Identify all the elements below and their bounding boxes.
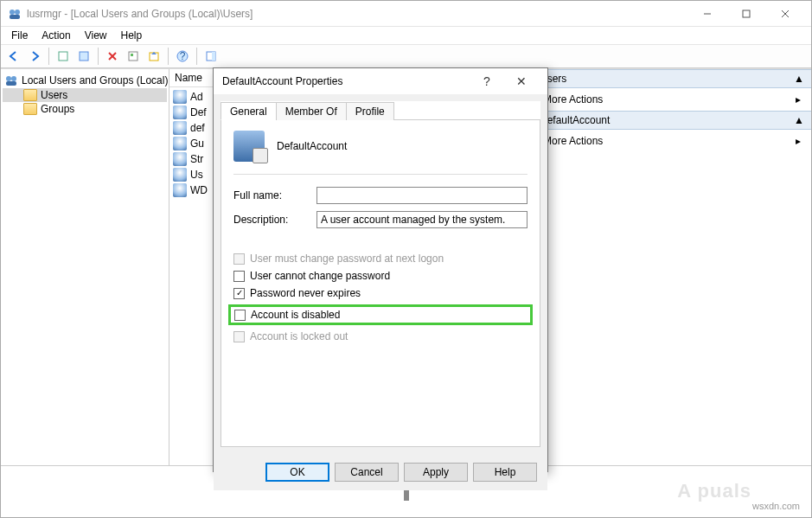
toolbar: ? xyxy=(1,44,811,68)
tab-memberof[interactable]: Member Of xyxy=(276,102,347,120)
forward-button[interactable] xyxy=(25,47,44,66)
account-name: DefaultAccount xyxy=(277,140,347,152)
chevron-right-icon: ▸ xyxy=(796,135,801,147)
watermark-text: wsxdn.com xyxy=(752,501,800,511)
checkbox-disabled[interactable]: Account is disabled xyxy=(234,309,527,321)
toolbar-separator xyxy=(196,48,197,65)
toolbar-separator xyxy=(48,48,49,65)
folder-icon xyxy=(23,103,37,115)
svg-point-18 xyxy=(6,76,11,81)
list-item-label: Ad xyxy=(190,91,203,103)
checkbox-cannot-change[interactable]: User cannot change password xyxy=(233,270,527,282)
group-root-icon xyxy=(4,74,18,87)
back-button[interactable] xyxy=(4,47,23,66)
show-hide-pane-button[interactable] xyxy=(201,47,221,66)
highlight-annotation: Account is disabled xyxy=(228,304,533,325)
action-section-account[interactable]: DefaultAccount ▲ xyxy=(533,111,811,130)
help-button[interactable]: ? xyxy=(173,47,192,66)
list-item-label: Str xyxy=(190,153,203,165)
menubar: File Action View Help xyxy=(1,27,811,44)
user-icon xyxy=(173,152,187,166)
checkbox-label: User cannot change password xyxy=(250,270,390,282)
full-name-input[interactable] xyxy=(316,187,527,204)
maximize-button[interactable] xyxy=(726,1,765,26)
svg-text:?: ? xyxy=(180,50,186,62)
action-head-label: DefaultAccount xyxy=(540,114,610,126)
checkbox-label: Password never expires xyxy=(250,287,361,299)
svg-point-19 xyxy=(11,76,16,81)
export-button[interactable] xyxy=(144,47,163,66)
checkbox-icon xyxy=(233,253,245,265)
account-icon xyxy=(233,131,265,162)
user-icon xyxy=(173,106,187,119)
svg-rect-12 xyxy=(131,54,133,56)
description-input[interactable] xyxy=(316,211,527,228)
menu-action[interactable]: Action xyxy=(35,28,77,43)
dialog-title: DefaultAccount Properties xyxy=(222,75,470,87)
dialog-titlebar[interactable]: DefaultAccount Properties ? ✕ xyxy=(214,68,547,94)
close-button[interactable] xyxy=(765,1,804,26)
folder-icon xyxy=(23,89,37,101)
dialog-button-row: OK Cancel Apply Help xyxy=(214,454,547,490)
svg-point-1 xyxy=(15,10,20,15)
cancel-button[interactable]: Cancel xyxy=(335,463,399,482)
menu-file[interactable]: File xyxy=(4,28,35,43)
tree-pane: Local Users and Groups (Local) Users Gro… xyxy=(1,69,169,465)
action-section-users[interactable]: Users ▲ xyxy=(533,69,811,88)
tree-users-label: Users xyxy=(41,89,67,101)
full-name-label: Full name: xyxy=(233,189,316,201)
list-item-label: def xyxy=(190,122,205,134)
checkbox-label: Account is disabled xyxy=(251,309,340,321)
action-more-actions[interactable]: More Actions ▸ xyxy=(533,88,811,111)
svg-rect-2 xyxy=(10,15,20,19)
action-pane: Users ▲ More Actions ▸ DefaultAccount ▲ … xyxy=(533,69,811,465)
description-row: Description: xyxy=(233,211,527,228)
checkbox-label: User must change password at next logon xyxy=(250,253,444,265)
apply-button[interactable]: Apply xyxy=(404,463,468,482)
tree-root[interactable]: Local Users and Groups (Local) xyxy=(3,73,167,88)
checkbox-locked: Account is locked out xyxy=(233,330,527,342)
minimize-button[interactable] xyxy=(687,1,726,26)
properties-button[interactable] xyxy=(74,47,93,66)
tree-item-groups[interactable]: Groups xyxy=(3,102,167,116)
tree-groups-label: Groups xyxy=(41,103,74,115)
window-controls xyxy=(687,1,804,26)
user-icon xyxy=(173,183,187,197)
description-label: Description: xyxy=(233,214,316,226)
svg-rect-8 xyxy=(80,52,88,61)
tab-page-general: DefaultAccount Full name: Description: U… xyxy=(221,120,540,447)
svg-rect-17 xyxy=(212,52,215,61)
svg-point-0 xyxy=(10,10,15,15)
ok-button[interactable]: OK xyxy=(265,463,329,482)
checkbox-icon xyxy=(234,310,246,321)
chevron-up-icon: ▲ xyxy=(794,73,804,85)
titlebar: lusrmgr - [Local Users and Groups (Local… xyxy=(1,1,811,27)
svg-rect-4 xyxy=(743,10,750,17)
menu-view[interactable]: View xyxy=(78,28,114,43)
delete-button[interactable] xyxy=(103,47,122,66)
help-button[interactable]: Help xyxy=(473,463,537,482)
svg-rect-20 xyxy=(6,81,16,86)
menu-help[interactable]: Help xyxy=(114,28,150,43)
dialog-close-button[interactable]: ✕ xyxy=(504,68,539,94)
chevron-up-icon: ▲ xyxy=(794,114,804,126)
dialog-help-button[interactable]: ? xyxy=(470,68,504,94)
options-button[interactable] xyxy=(124,47,143,66)
list-item-label: Us xyxy=(190,169,203,181)
user-icon xyxy=(173,121,187,135)
checkbox-never-expire[interactable]: ✓ Password never expires xyxy=(233,287,527,299)
action-button[interactable] xyxy=(54,47,73,66)
tab-profile[interactable]: Profile xyxy=(346,102,394,120)
toolbar-separator xyxy=(168,48,169,65)
tree-item-users[interactable]: Users xyxy=(3,88,167,102)
tab-general[interactable]: General xyxy=(221,102,277,120)
divider xyxy=(233,174,527,175)
action-more-actions[interactable]: More Actions ▸ xyxy=(533,130,811,152)
user-icon xyxy=(173,137,187,150)
action-link-label: More Actions xyxy=(543,135,603,147)
chevron-right-icon: ▸ xyxy=(796,93,801,106)
toolbar-separator xyxy=(98,48,99,65)
list-item-label: Def xyxy=(190,106,207,118)
checkbox-must-change: User must change password at next logon xyxy=(233,253,527,265)
properties-dialog: DefaultAccount Properties ? ✕ General Me… xyxy=(213,67,548,472)
